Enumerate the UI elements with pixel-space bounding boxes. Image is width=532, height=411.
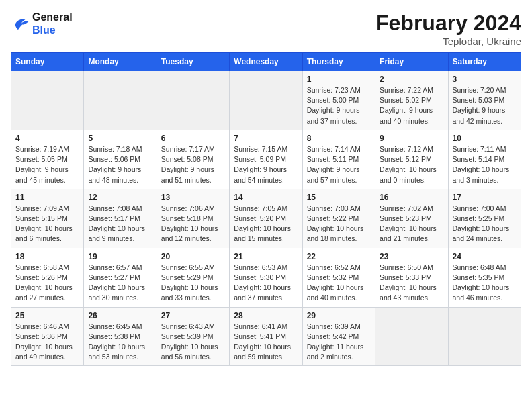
calendar-cell: 28Sunrise: 6:41 AM Sunset: 5:41 PM Dayli…: [230, 307, 302, 366]
day-info: Sunrise: 6:48 AM Sunset: 5:35 PM Dayligh…: [453, 263, 517, 304]
day-number: 11: [15, 193, 79, 202]
day-number: 23: [380, 252, 443, 261]
calendar-cell: [157, 71, 229, 130]
day-number: 29: [307, 311, 371, 320]
calendar-cell: 29Sunrise: 6:39 AM Sunset: 5:42 PM Dayli…: [302, 307, 375, 366]
calendar-cell: 23Sunrise: 6:50 AM Sunset: 5:33 PM Dayli…: [375, 248, 448, 307]
day-info: Sunrise: 7:18 AM Sunset: 5:06 PM Dayligh…: [88, 144, 152, 185]
day-info: Sunrise: 7:17 AM Sunset: 5:08 PM Dayligh…: [161, 144, 225, 185]
day-info: Sunrise: 6:46 AM Sunset: 5:36 PM Dayligh…: [15, 322, 79, 363]
day-info: Sunrise: 6:39 AM Sunset: 5:42 PM Dayligh…: [307, 322, 371, 363]
calendar-cell: 16Sunrise: 7:02 AM Sunset: 5:23 PM Dayli…: [375, 189, 448, 248]
day-info: Sunrise: 7:09 AM Sunset: 5:15 PM Dayligh…: [15, 203, 79, 244]
day-number: 24: [453, 252, 517, 261]
day-number: 14: [234, 193, 298, 202]
page-header: General Blue February 2024 Teplodar, Ukr…: [11, 11, 521, 47]
day-number: 12: [88, 193, 152, 202]
calendar-cell: 11Sunrise: 7:09 AM Sunset: 5:15 PM Dayli…: [11, 189, 84, 248]
calendar-title-block: February 2024 Teplodar, Ukraine: [375, 11, 521, 47]
day-number: 9: [380, 134, 443, 143]
day-number: 3: [453, 75, 517, 84]
day-number: 7: [234, 134, 298, 143]
day-number: 28: [234, 311, 298, 320]
calendar-cell: 9Sunrise: 7:12 AM Sunset: 5:12 PM Daylig…: [375, 130, 448, 189]
calendar-cell: 21Sunrise: 6:53 AM Sunset: 5:30 PM Dayli…: [230, 248, 302, 307]
day-number: 1: [307, 75, 371, 84]
calendar-cell: 14Sunrise: 7:05 AM Sunset: 5:20 PM Dayli…: [230, 189, 302, 248]
calendar-cell: 2Sunrise: 7:22 AM Sunset: 5:02 PM Daylig…: [375, 71, 448, 130]
calendar-cell: 22Sunrise: 6:52 AM Sunset: 5:32 PM Dayli…: [302, 248, 375, 307]
calendar-cell: [11, 71, 84, 130]
day-info: Sunrise: 7:00 AM Sunset: 5:25 PM Dayligh…: [453, 203, 517, 244]
day-info: Sunrise: 7:11 AM Sunset: 5:14 PM Dayligh…: [453, 144, 517, 185]
month-title: February 2024: [375, 11, 521, 36]
calendar-cell: 26Sunrise: 6:45 AM Sunset: 5:38 PM Dayli…: [84, 307, 157, 366]
day-info: Sunrise: 6:55 AM Sunset: 5:29 PM Dayligh…: [161, 263, 225, 304]
calendar-cell: 6Sunrise: 7:17 AM Sunset: 5:08 PM Daylig…: [157, 130, 229, 189]
weekday-header-tuesday: Tuesday: [157, 53, 229, 71]
weekday-header-sunday: Sunday: [11, 53, 84, 71]
day-info: Sunrise: 7:06 AM Sunset: 5:18 PM Dayligh…: [161, 203, 225, 244]
calendar-cell: [375, 307, 448, 366]
calendar-cell: 4Sunrise: 7:19 AM Sunset: 5:05 PM Daylig…: [11, 130, 84, 189]
calendar-cell: 24Sunrise: 6:48 AM Sunset: 5:35 PM Dayli…: [448, 248, 521, 307]
day-number: 8: [307, 134, 371, 143]
day-number: 19: [88, 252, 152, 261]
calendar-cell: 20Sunrise: 6:55 AM Sunset: 5:29 PM Dayli…: [157, 248, 229, 307]
calendar-cell: [84, 71, 157, 130]
calendar-cell: 27Sunrise: 6:43 AM Sunset: 5:39 PM Dayli…: [157, 307, 229, 366]
calendar-cell: 18Sunrise: 6:58 AM Sunset: 5:26 PM Dayli…: [11, 248, 84, 307]
day-info: Sunrise: 6:57 AM Sunset: 5:27 PM Dayligh…: [88, 263, 152, 304]
day-number: 6: [161, 134, 225, 143]
logo-icon: [11, 14, 30, 33]
calendar-cell: 15Sunrise: 7:03 AM Sunset: 5:22 PM Dayli…: [302, 189, 375, 248]
day-info: Sunrise: 7:20 AM Sunset: 5:03 PM Dayligh…: [453, 85, 517, 126]
day-info: Sunrise: 6:43 AM Sunset: 5:39 PM Dayligh…: [161, 322, 225, 363]
day-number: 25: [15, 311, 79, 320]
day-number: 4: [15, 134, 79, 143]
day-number: 22: [307, 252, 371, 261]
calendar-cell: [448, 307, 521, 366]
location-subtitle: Teplodar, Ukraine: [375, 36, 521, 47]
day-info: Sunrise: 7:08 AM Sunset: 5:17 PM Dayligh…: [88, 203, 152, 244]
logo-text: General Blue: [32, 11, 73, 36]
calendar-table: SundayMondayTuesdayWednesdayThursdayFrid…: [11, 52, 521, 366]
week-row-4: 18Sunrise: 6:58 AM Sunset: 5:26 PM Dayli…: [11, 248, 521, 307]
day-info: Sunrise: 7:23 AM Sunset: 5:00 PM Dayligh…: [307, 85, 371, 126]
calendar-cell: 19Sunrise: 6:57 AM Sunset: 5:27 PM Dayli…: [84, 248, 157, 307]
day-number: 5: [88, 134, 152, 143]
day-number: 15: [307, 193, 371, 202]
calendar-cell: 8Sunrise: 7:14 AM Sunset: 5:11 PM Daylig…: [302, 130, 375, 189]
day-number: 21: [234, 252, 298, 261]
week-row-5: 25Sunrise: 6:46 AM Sunset: 5:36 PM Dayli…: [11, 307, 521, 366]
day-info: Sunrise: 6:45 AM Sunset: 5:38 PM Dayligh…: [88, 322, 152, 363]
weekday-header-friday: Friday: [375, 53, 448, 71]
day-info: Sunrise: 6:52 AM Sunset: 5:32 PM Dayligh…: [307, 263, 371, 304]
day-number: 2: [380, 75, 443, 84]
day-info: Sunrise: 7:02 AM Sunset: 5:23 PM Dayligh…: [380, 203, 443, 244]
day-number: 17: [453, 193, 517, 202]
calendar-cell: 5Sunrise: 7:18 AM Sunset: 5:06 PM Daylig…: [84, 130, 157, 189]
weekday-header-monday: Monday: [84, 53, 157, 71]
day-info: Sunrise: 7:22 AM Sunset: 5:02 PM Dayligh…: [380, 85, 443, 126]
weekday-header-wednesday: Wednesday: [230, 53, 302, 71]
day-info: Sunrise: 6:53 AM Sunset: 5:30 PM Dayligh…: [234, 263, 298, 304]
day-info: Sunrise: 7:15 AM Sunset: 5:09 PM Dayligh…: [234, 144, 298, 185]
day-number: 18: [15, 252, 79, 261]
day-number: 20: [161, 252, 225, 261]
weekday-header-saturday: Saturday: [448, 53, 521, 71]
logo: General Blue: [11, 11, 73, 36]
calendar-cell: 13Sunrise: 7:06 AM Sunset: 5:18 PM Dayli…: [157, 189, 229, 248]
day-info: Sunrise: 6:41 AM Sunset: 5:41 PM Dayligh…: [234, 322, 298, 363]
weekday-header-row: SundayMondayTuesdayWednesdayThursdayFrid…: [11, 53, 521, 71]
week-row-1: 1Sunrise: 7:23 AM Sunset: 5:00 PM Daylig…: [11, 71, 521, 130]
calendar-cell: 1Sunrise: 7:23 AM Sunset: 5:00 PM Daylig…: [302, 71, 375, 130]
calendar-cell: 3Sunrise: 7:20 AM Sunset: 5:03 PM Daylig…: [448, 71, 521, 130]
day-info: Sunrise: 6:58 AM Sunset: 5:26 PM Dayligh…: [15, 263, 79, 304]
day-number: 26: [88, 311, 152, 320]
calendar-cell: 17Sunrise: 7:00 AM Sunset: 5:25 PM Dayli…: [448, 189, 521, 248]
day-info: Sunrise: 7:12 AM Sunset: 5:12 PM Dayligh…: [380, 144, 443, 185]
day-number: 13: [161, 193, 225, 202]
day-info: Sunrise: 6:50 AM Sunset: 5:33 PM Dayligh…: [380, 263, 443, 304]
day-number: 10: [453, 134, 517, 143]
